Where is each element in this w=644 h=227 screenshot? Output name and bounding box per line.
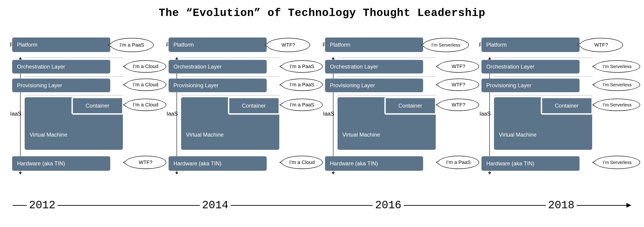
bubble-hardware: WTF? <box>125 156 166 169</box>
divider <box>338 95 436 96</box>
layer-orchestration: Orchestration Layer <box>168 60 267 74</box>
layer-provisioning: Provisioning Layer <box>482 78 580 92</box>
layer-platform: Platform <box>482 38 580 52</box>
divider <box>181 58 279 58</box>
layer-orchestration-label: Orchestration Layer <box>330 64 378 70</box>
bubble-orchestration: I’m a PaaS <box>282 60 323 72</box>
layer-orchestration-label: Orchestration Layer <box>486 64 534 70</box>
timeline-line <box>58 205 200 206</box>
layer-container-label: Container <box>86 102 109 109</box>
layer-orchestration: Orchestration Layer <box>482 60 580 74</box>
panel-2014: ↑ PaaS ↓ IaaS Platform Orchestration Lay… <box>168 38 319 184</box>
layer-vm-label: Virtual Machine <box>186 132 224 138</box>
bubble-hardware: I’m a Cloud <box>282 156 323 169</box>
layer-provisioning-label: Provisioning Layer <box>330 82 375 88</box>
year-2014: 2014 <box>200 199 231 212</box>
layer-container: Container <box>228 97 280 115</box>
divider <box>494 58 592 58</box>
layer-provisioning: Provisioning Layer <box>325 78 423 92</box>
bubble-provisioning: I’m a Cloud <box>125 78 166 91</box>
year-2016: 2016 <box>373 199 404 212</box>
timeline-line <box>404 205 546 206</box>
layer-hardware-label: Hardware (aka TIN) <box>330 160 378 167</box>
layer-provisioning-label: Provisioning Layer <box>17 82 62 88</box>
panel-2016: ↑ PaaS ↓ IaaS Platform Orchestration Lay… <box>325 38 476 184</box>
layer-platform-label: Platform <box>330 42 350 48</box>
timeline: 2012 2014 2016 2018 <box>12 200 632 211</box>
iaas-label: IaaS <box>323 110 334 117</box>
timeline-line <box>231 205 373 206</box>
arrow-right-icon <box>626 203 632 208</box>
layer-vm-label: Virtual Machine <box>342 132 380 138</box>
page-title: The “Evolution” of Technology Thought Le… <box>0 0 644 19</box>
panel-2012: ↑ PaaS ↓ IaaS Platform Orchestration Lay… <box>12 38 163 184</box>
timeline-line <box>577 205 626 206</box>
bubble-platform: I’m Serverless <box>423 38 469 52</box>
year-2012: 2012 <box>27 199 58 212</box>
bubble-container: I’m Serverless <box>594 99 640 111</box>
bubble-platform: WTF? <box>580 38 623 52</box>
layer-provisioning-label: Provisioning Layer <box>486 82 532 88</box>
bubble-orchestration: I’m Serverless <box>594 60 640 72</box>
divider <box>181 76 279 77</box>
layer-container-label: Container <box>398 102 422 109</box>
bubble-provisioning: I’m Serverless <box>594 78 640 91</box>
layer-provisioning: Provisioning Layer <box>12 78 110 92</box>
bubble-container: WTF? <box>438 99 479 111</box>
layer-container-label: Container <box>242 102 266 109</box>
layer-container: Container <box>541 97 593 115</box>
layer-platform: Platform <box>12 38 110 52</box>
divider <box>338 76 436 77</box>
bubble-orchestration: WTF? <box>438 60 479 72</box>
layer-orchestration-label: Orchestration Layer <box>174 64 222 70</box>
bubble-provisioning: WTF? <box>438 78 479 91</box>
divider <box>338 58 436 58</box>
layer-vm-label: Virtual Machine <box>30 132 67 138</box>
layer-provisioning: Provisioning Layer <box>168 78 267 92</box>
panels-row: ↑ PaaS ↓ IaaS Platform Orchestration Lay… <box>0 38 644 184</box>
bubble-platform: WTF? <box>267 38 310 52</box>
year-2018: 2018 <box>546 199 577 212</box>
bubble-container: I’m a PaaS <box>282 99 323 111</box>
layer-platform-label: Platform <box>174 42 194 48</box>
iaas-label: IaaS <box>167 110 178 117</box>
bubble-hardware: I’m Serverless <box>594 156 640 169</box>
layer-platform-label: Platform <box>17 42 38 48</box>
layer-provisioning-label: Provisioning Layer <box>174 82 218 88</box>
layer-platform: Platform <box>168 38 267 52</box>
layer-orchestration: Orchestration Layer <box>12 60 110 74</box>
layer-hardware-label: Hardware (aka TIN) <box>174 160 222 167</box>
divider <box>494 95 592 96</box>
layer-vm-label: Virtual Machine <box>499 132 537 138</box>
bubble-container: I’m a Cloud <box>125 99 166 111</box>
divider <box>181 95 279 96</box>
layer-orchestration: Orchestration Layer <box>325 60 423 74</box>
divider <box>494 76 592 77</box>
layer-platform-label: Platform <box>486 42 507 48</box>
layer-container-label: Container <box>555 102 578 109</box>
layer-container: Container <box>384 97 436 115</box>
layer-hardware-label: Hardware (aka TIN) <box>486 160 534 167</box>
bubble-provisioning: I’m a PaaS <box>282 78 323 91</box>
layer-hardware: Hardware (aka TIN) <box>168 156 267 171</box>
layer-hardware: Hardware (aka TIN) <box>482 156 580 171</box>
layer-platform: Platform <box>325 38 423 52</box>
layer-container: Container <box>72 97 124 115</box>
layer-hardware-label: Hardware (aka TIN) <box>17 160 65 167</box>
bubble-hardware: I’m a PaaS <box>438 156 479 169</box>
timeline-line <box>12 205 27 206</box>
divider <box>25 95 123 96</box>
divider <box>25 58 123 58</box>
divider <box>25 76 123 77</box>
layer-hardware: Hardware (aka TIN) <box>325 156 423 171</box>
bubble-platform: I’m a PaaS <box>110 38 154 52</box>
layer-hardware: Hardware (aka TIN) <box>12 156 110 171</box>
iaas-label: IaaS <box>10 110 22 117</box>
panel-2018: ↑ PaaS ↓ IaaS Platform Orchestration Lay… <box>482 38 632 184</box>
iaas-label: IaaS <box>480 110 491 117</box>
layer-orchestration-label: Orchestration Layer <box>17 64 65 70</box>
bubble-orchestration: I’m a Cloud <box>125 60 166 72</box>
